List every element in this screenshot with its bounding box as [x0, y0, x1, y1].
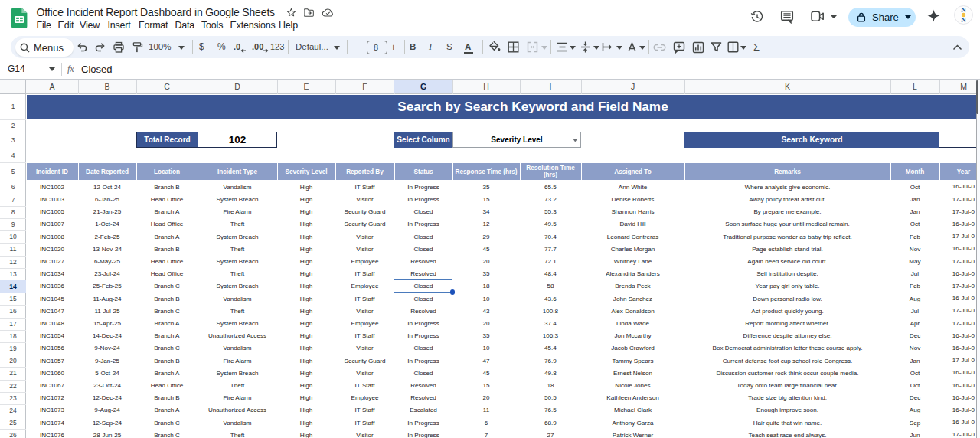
svg-text:N: N — [961, 16, 966, 24]
